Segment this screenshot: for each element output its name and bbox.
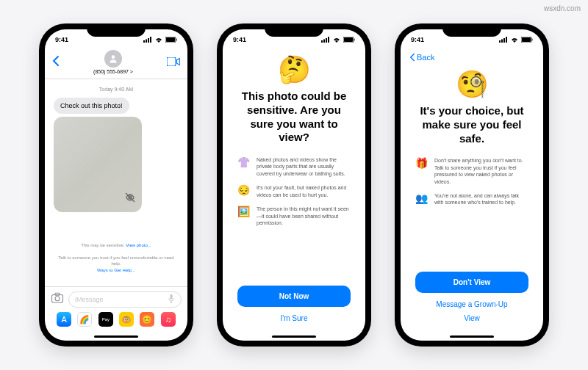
home-indicator[interactable] — [450, 335, 494, 338]
svg-rect-27 — [532, 39, 533, 41]
signal-icon — [321, 37, 330, 43]
sheet-title: It's your choice, but make sure you feel… — [415, 104, 528, 145]
svg-rect-0 — [143, 40, 145, 43]
home-indicator[interactable] — [94, 335, 138, 338]
svg-rect-1 — [146, 40, 147, 43]
not-now-button[interactable]: Not Now — [237, 286, 351, 307]
svg-rect-22 — [501, 40, 503, 43]
im-sure-button[interactable]: I'm Sure — [237, 311, 351, 325]
wifi-icon — [332, 37, 341, 43]
dont-view-button[interactable]: Don't View — [415, 272, 528, 293]
bullet-item: 😔 It's not your fault, but naked photos … — [237, 184, 351, 198]
svg-rect-3 — [150, 37, 151, 43]
clothing-icon: 👚 — [237, 156, 251, 177]
blurred-photo[interactable] — [54, 117, 142, 212]
advice-text: Talk to someone you trust if you feel un… — [54, 255, 179, 273]
contact-avatar[interactable] — [104, 50, 122, 68]
bullet-item: 🎁 Don't share anything you don't want to… — [415, 157, 528, 185]
svg-rect-17 — [328, 37, 329, 43]
svg-rect-5 — [166, 37, 175, 42]
svg-rect-26 — [522, 37, 531, 42]
camera-button[interactable] — [51, 292, 64, 307]
svg-rect-16 — [326, 38, 327, 43]
store-app-icon[interactable]: A — [57, 312, 71, 327]
svg-rect-21 — [499, 40, 501, 43]
safety-sheet: 🤔 This photo could be sensitive. Are you… — [223, 48, 365, 333]
safety-sheet: 🧐 It's your choice, but make sure you fe… — [401, 63, 543, 333]
bullet-item: 👥 You're not alone, and can always talk … — [415, 192, 528, 206]
facetime-button[interactable] — [167, 56, 180, 69]
wifi-icon — [510, 37, 519, 43]
sensitive-warning: This may be sensitive. View photo... — [54, 243, 179, 247]
view-photo-link[interactable]: View photo... — [126, 243, 151, 247]
svg-rect-14 — [321, 40, 323, 43]
bullet-item: 🖼️ The person in this might not want it … — [237, 206, 351, 226]
messages-header: (850) 555-6897 > — [45, 48, 187, 79]
sheet-nav: Back — [401, 48, 543, 63]
eye-off-icon — [124, 192, 136, 206]
battery-icon — [343, 37, 355, 43]
status-time: 9:41 — [233, 36, 246, 43]
hero-emoji-thinking: 🤔 — [237, 54, 351, 85]
sheet-title: This photo could be sensitive. Are you s… — [237, 90, 351, 145]
phone-warning-2: 9:41 Back 🧐 It's your choice, but make s… — [395, 23, 549, 347]
battery-icon — [521, 37, 533, 43]
svg-rect-10 — [52, 295, 63, 303]
people-icon: 👥 — [415, 192, 429, 206]
svg-rect-13 — [170, 294, 172, 300]
home-indicator[interactable] — [272, 335, 316, 338]
svg-point-7 — [112, 55, 115, 59]
watermark: wsxdn.com — [544, 4, 581, 12]
svg-rect-19 — [344, 37, 353, 42]
applepay-app-icon[interactable]: Pay — [98, 312, 113, 327]
back-button[interactable] — [52, 55, 60, 70]
chat-body: Today 9:40 AM Check out this photo! This… — [45, 79, 187, 286]
sad-icon: 😔 — [237, 184, 251, 198]
music-app-icon[interactable]: ♫ — [161, 312, 176, 327]
input-bar: iMessage A 🌈 Pay 🐵 😊 ♫ — [45, 286, 187, 333]
svg-rect-6 — [176, 39, 177, 41]
back-button[interactable]: Back — [409, 53, 434, 62]
photos-app-icon[interactable]: 🌈 — [77, 312, 92, 327]
svg-rect-12 — [55, 293, 60, 295]
bullet-item: 👚 Naked photos and videos show the priva… — [237, 156, 351, 177]
battery-icon — [165, 37, 177, 43]
svg-rect-20 — [354, 39, 355, 41]
signal-icon — [143, 37, 152, 43]
memoji-app-icon[interactable]: 🐵 — [119, 312, 134, 327]
phone-warning-1: 9:41 🤔 This photo could be sensitive. Ar… — [217, 23, 371, 347]
ways-help-link[interactable]: Ways to Get Help... — [97, 268, 135, 272]
contact-name[interactable]: (850) 555-6897 > — [60, 69, 167, 74]
picture-icon: 🖼️ — [237, 206, 251, 226]
wifi-icon — [154, 37, 163, 43]
hero-emoji-monocle: 🧐 — [415, 69, 528, 100]
svg-rect-23 — [503, 38, 505, 43]
message-grownup-button[interactable]: Message a Grown-Up — [415, 297, 528, 311]
incoming-message[interactable]: Check out this photo! — [54, 98, 129, 114]
view-button[interactable]: View — [415, 311, 528, 325]
message-input[interactable]: iMessage — [68, 291, 182, 308]
svg-rect-15 — [323, 40, 325, 43]
svg-rect-2 — [148, 38, 149, 43]
gift-icon: 🎁 — [415, 157, 429, 185]
svg-rect-8 — [167, 57, 176, 66]
phone-messages: 9:41 (850) 555-6897 > Today 9:40 AM Chec… — [39, 23, 193, 347]
app-drawer: A 🌈 Pay 🐵 😊 ♫ — [51, 308, 182, 328]
status-time: 9:41 — [55, 36, 68, 43]
svg-point-11 — [55, 297, 60, 301]
mic-icon[interactable] — [168, 294, 175, 305]
svg-rect-24 — [506, 37, 507, 43]
signal-icon — [499, 37, 508, 43]
memoji2-app-icon[interactable]: 😊 — [140, 312, 154, 327]
status-time: 9:41 — [411, 36, 424, 43]
chat-timestamp: Today 9:40 AM — [54, 87, 179, 92]
